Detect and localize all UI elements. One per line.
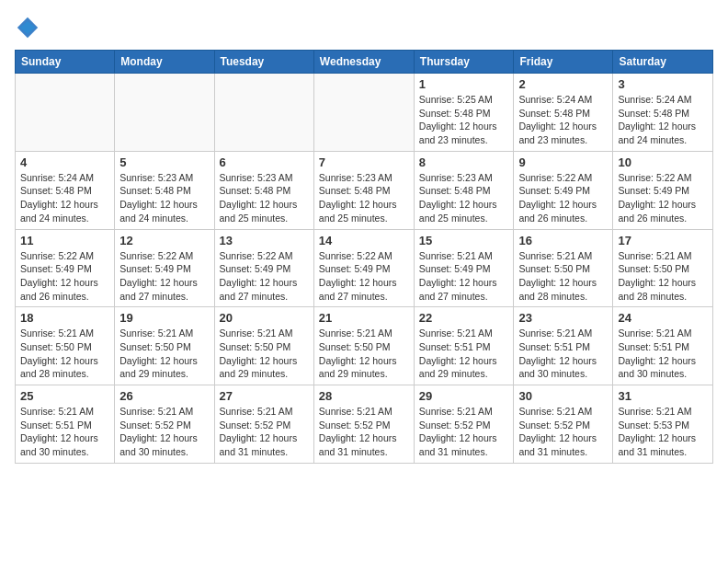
calendar-cell: 7Sunrise: 5:23 AMSunset: 5:48 PMDaylight… (313, 151, 414, 229)
day-info: Sunrise: 5:21 AMSunset: 5:51 PMDaylight:… (419, 327, 509, 381)
calendar-cell: 16Sunrise: 5:21 AMSunset: 5:50 PMDayligh… (514, 229, 613, 307)
day-number: 20 (220, 311, 309, 325)
day-info: Sunrise: 5:24 AMSunset: 5:48 PMDaylight:… (618, 93, 708, 147)
day-info: Sunrise: 5:23 AMSunset: 5:48 PMDaylight:… (220, 171, 309, 225)
day-info: Sunrise: 5:21 AMSunset: 5:50 PMDaylight:… (319, 327, 409, 381)
calendar-cell: 19Sunrise: 5:21 AMSunset: 5:50 PMDayligh… (115, 307, 214, 385)
calendar-cell: 21Sunrise: 5:21 AMSunset: 5:50 PMDayligh… (313, 307, 414, 385)
calendar-cell: 30Sunrise: 5:21 AMSunset: 5:52 PMDayligh… (514, 385, 613, 464)
day-number: 30 (518, 389, 608, 403)
calendar-cell: 25Sunrise: 5:21 AMSunset: 5:51 PMDayligh… (16, 385, 115, 464)
calendar-cell (313, 74, 414, 152)
day-header-tuesday: Tuesday (214, 51, 313, 74)
week-row-2: 4Sunrise: 5:24 AMSunset: 5:48 PMDaylight… (16, 151, 713, 229)
calendar-cell: 12Sunrise: 5:22 AMSunset: 5:49 PMDayligh… (115, 229, 214, 307)
day-number: 2 (518, 77, 608, 91)
day-info: Sunrise: 5:21 AMSunset: 5:52 PMDaylight:… (119, 405, 209, 459)
calendar-cell: 5Sunrise: 5:23 AMSunset: 5:48 PMDaylight… (115, 151, 214, 229)
day-number: 26 (119, 389, 209, 403)
day-info: Sunrise: 5:21 AMSunset: 5:52 PMDaylight:… (319, 405, 409, 459)
calendar-cell: 29Sunrise: 5:21 AMSunset: 5:52 PMDayligh… (414, 385, 514, 464)
page-header (15, 15, 713, 40)
day-header-monday: Monday (115, 51, 214, 74)
day-number: 15 (419, 234, 509, 247)
calendar-cell: 10Sunrise: 5:22 AMSunset: 5:49 PMDayligh… (613, 151, 713, 229)
day-number: 21 (319, 311, 409, 325)
day-info: Sunrise: 5:21 AMSunset: 5:51 PMDaylight:… (20, 405, 109, 459)
calendar-cell: 13Sunrise: 5:22 AMSunset: 5:49 PMDayligh… (214, 229, 313, 307)
calendar-cell: 6Sunrise: 5:23 AMSunset: 5:48 PMDaylight… (214, 151, 313, 229)
week-row-3: 11Sunrise: 5:22 AMSunset: 5:49 PMDayligh… (16, 229, 713, 307)
calendar-cell: 8Sunrise: 5:23 AMSunset: 5:48 PMDaylight… (414, 151, 514, 229)
day-info: Sunrise: 5:23 AMSunset: 5:48 PMDaylight:… (419, 171, 509, 225)
calendar-cell: 24Sunrise: 5:21 AMSunset: 5:51 PMDayligh… (613, 307, 713, 385)
day-number: 5 (119, 155, 209, 169)
calendar-cell: 28Sunrise: 5:21 AMSunset: 5:52 PMDayligh… (313, 385, 414, 464)
day-info: Sunrise: 5:21 AMSunset: 5:50 PMDaylight:… (618, 249, 708, 304)
day-info: Sunrise: 5:21 AMSunset: 5:50 PMDaylight:… (119, 327, 209, 381)
day-info: Sunrise: 5:21 AMSunset: 5:52 PMDaylight:… (419, 405, 509, 459)
calendar-cell: 15Sunrise: 5:21 AMSunset: 5:49 PMDayligh… (414, 229, 514, 307)
day-info: Sunrise: 5:24 AMSunset: 5:48 PMDaylight:… (518, 93, 608, 147)
day-header-friday: Friday (514, 51, 613, 74)
day-info: Sunrise: 5:22 AMSunset: 5:49 PMDaylight:… (20, 249, 109, 304)
calendar-cell: 31Sunrise: 5:21 AMSunset: 5:53 PMDayligh… (613, 385, 713, 464)
day-info: Sunrise: 5:22 AMSunset: 5:49 PMDaylight:… (518, 171, 608, 225)
calendar-cell: 3Sunrise: 5:24 AMSunset: 5:48 PMDaylight… (613, 74, 713, 152)
calendar-cell: 27Sunrise: 5:21 AMSunset: 5:52 PMDayligh… (214, 385, 313, 464)
day-number: 6 (220, 155, 309, 169)
day-number: 16 (518, 234, 608, 247)
day-number: 18 (20, 311, 109, 325)
day-info: Sunrise: 5:25 AMSunset: 5:48 PMDaylight:… (419, 93, 509, 147)
day-info: Sunrise: 5:24 AMSunset: 5:48 PMDaylight:… (20, 171, 109, 225)
day-number: 3 (618, 77, 708, 91)
day-number: 19 (119, 311, 209, 325)
day-number: 29 (419, 389, 509, 403)
week-row-1: 1Sunrise: 5:25 AMSunset: 5:48 PMDaylight… (16, 74, 713, 152)
day-info: Sunrise: 5:22 AMSunset: 5:49 PMDaylight:… (618, 171, 708, 225)
day-header-wednesday: Wednesday (313, 51, 414, 74)
day-number: 4 (20, 155, 109, 169)
day-info: Sunrise: 5:21 AMSunset: 5:50 PMDaylight:… (220, 327, 309, 381)
day-info: Sunrise: 5:21 AMSunset: 5:53 PMDaylight:… (618, 405, 708, 459)
day-number: 23 (518, 311, 608, 325)
day-info: Sunrise: 5:21 AMSunset: 5:52 PMDaylight:… (518, 405, 608, 459)
day-number: 13 (220, 234, 309, 247)
day-number: 28 (319, 389, 409, 403)
calendar-cell: 17Sunrise: 5:21 AMSunset: 5:50 PMDayligh… (613, 229, 713, 307)
day-info: Sunrise: 5:22 AMSunset: 5:49 PMDaylight:… (319, 249, 409, 304)
calendar-cell (214, 74, 313, 152)
day-number: 11 (20, 234, 109, 247)
calendar-cell: 2Sunrise: 5:24 AMSunset: 5:48 PMDaylight… (514, 74, 613, 152)
day-number: 25 (20, 389, 109, 403)
calendar-cell: 23Sunrise: 5:21 AMSunset: 5:51 PMDayligh… (514, 307, 613, 385)
day-info: Sunrise: 5:23 AMSunset: 5:48 PMDaylight:… (319, 171, 409, 225)
calendar-cell (16, 74, 115, 152)
calendar-cell: 9Sunrise: 5:22 AMSunset: 5:49 PMDaylight… (514, 151, 613, 229)
day-header-saturday: Saturday (613, 51, 713, 74)
day-number: 12 (119, 234, 209, 247)
calendar-cell: 1Sunrise: 5:25 AMSunset: 5:48 PMDaylight… (414, 74, 514, 152)
calendar-cell: 4Sunrise: 5:24 AMSunset: 5:48 PMDaylight… (16, 151, 115, 229)
calendar-cell (115, 74, 214, 152)
day-info: Sunrise: 5:22 AMSunset: 5:49 PMDaylight:… (119, 249, 209, 304)
day-number: 9 (518, 155, 608, 169)
week-row-5: 25Sunrise: 5:21 AMSunset: 5:51 PMDayligh… (16, 385, 713, 464)
day-info: Sunrise: 5:21 AMSunset: 5:49 PMDaylight:… (419, 249, 509, 304)
calendar-cell: 20Sunrise: 5:21 AMSunset: 5:50 PMDayligh… (214, 307, 313, 385)
day-number: 31 (618, 389, 708, 403)
day-number: 17 (618, 234, 708, 247)
day-info: Sunrise: 5:21 AMSunset: 5:52 PMDaylight:… (220, 405, 309, 459)
day-header-sunday: Sunday (16, 51, 115, 74)
day-info: Sunrise: 5:21 AMSunset: 5:51 PMDaylight:… (618, 327, 708, 381)
calendar-cell: 18Sunrise: 5:21 AMSunset: 5:50 PMDayligh… (16, 307, 115, 385)
calendar-cell: 11Sunrise: 5:22 AMSunset: 5:49 PMDayligh… (16, 229, 115, 307)
header-row: SundayMondayTuesdayWednesdayThursdayFrid… (16, 51, 713, 74)
day-header-thursday: Thursday (414, 51, 514, 74)
day-number: 14 (319, 234, 409, 247)
calendar-cell: 14Sunrise: 5:22 AMSunset: 5:49 PMDayligh… (313, 229, 414, 307)
calendar-cell: 26Sunrise: 5:21 AMSunset: 5:52 PMDayligh… (115, 385, 214, 464)
logo-icon (15, 15, 40, 40)
day-info: Sunrise: 5:21 AMSunset: 5:51 PMDaylight:… (518, 327, 608, 381)
day-number: 1 (419, 77, 509, 91)
